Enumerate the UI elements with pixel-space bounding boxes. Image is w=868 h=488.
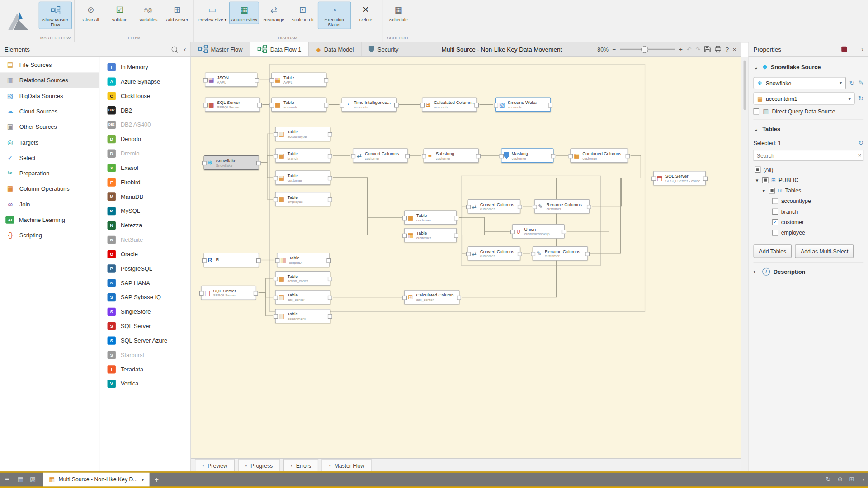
source-item-sql-server-azure[interactable]: SSQL Server Azure [99,333,190,347]
show-master-flow-button[interactable]: Show Master Flow [39,2,72,30]
source-item-mariadb[interactable]: MMariaDB [99,189,190,204]
node-r-node[interactable]: RR [204,253,259,267]
output-port[interactable] [476,154,481,158]
tree-all-checkbox[interactable] [755,167,760,173]
clear-all-button[interactable]: ⊘Clear All [77,2,104,24]
input-port[interactable] [269,103,274,108]
source-item-netezza[interactable]: NNetezza [99,218,190,232]
output-port[interactable] [328,176,332,180]
input-port[interactable] [274,154,278,158]
source-item-in-memory[interactable]: IIn Memory [99,60,190,74]
node-kmeans[interactable]: ▧Kmeans-Wekaaccounts [495,98,551,112]
input-port[interactable] [494,103,498,108]
node-table-callcenter[interactable]: ▦Tablecall_center [275,290,330,305]
add-tables-button[interactable]: Add Tables [754,244,792,258]
input-port[interactable] [402,296,407,300]
output-port[interactable] [328,277,332,281]
source-item-vertica[interactable]: VVertica [99,376,190,391]
tables-section-header[interactable]: ⌄ Tables [754,119,864,136]
node-table-cust-m1[interactable]: ▦Tablecustomer [404,210,457,225]
sidebar-item-cloud-sources[interactable]: ☁Cloud Sources [0,103,99,119]
server-dropdown[interactable]: ❄ Snowflake ▾ [754,77,846,89]
node-convert-2[interactable]: ⇄Convert Columnscustomer [468,199,520,214]
input-port[interactable] [531,252,535,256]
source-item-db2-as400[interactable]: DB2DB2 AS400 [99,117,190,132]
source-item-teradata[interactable]: TTeradata [99,362,190,376]
panel-pin-icon[interactable] [841,47,847,52]
node-table-customer[interactable]: ▦Tablecustomer [275,170,330,185]
node-convert-1[interactable]: ⇄Convert Columnscustomer [353,148,408,163]
output-port[interactable] [454,234,458,238]
dataflow-canvas[interactable]: ▦JSONAAPL▦TableAAPL▤SQL ServerSESQLServe… [191,57,741,458]
close-flow-icon[interactable]: × [733,46,736,53]
source-item-exasol[interactable]: XExasol [99,160,190,175]
sidebar-item-relational-sources[interactable]: ▥Relational Sources [0,72,99,88]
chevron-down-icon[interactable]: ⌄ [754,63,759,70]
grid-icon[interactable]: ⊞ [849,476,854,483]
output-port[interactable] [256,161,261,165]
node-calc-accounts[interactable]: ⊞Calculated Column...accounts [422,98,477,112]
delete-button[interactable]: ×Delete [352,2,379,24]
auto-preview-button[interactable]: ▦Auto Preview [230,2,259,24]
input-port[interactable] [402,234,407,238]
clear-search-icon[interactable]: × [858,152,861,159]
output-port[interactable] [254,291,258,296]
output-port[interactable] [626,154,630,158]
redo-icon[interactable]: ↷ [695,46,700,53]
output-port[interactable] [324,78,328,83]
workspace-icon[interactable]: ▦ [18,476,24,483]
output-port[interactable] [518,252,522,256]
zoom-in-icon[interactable]: + [679,46,683,53]
node-table-action[interactable]: ▦Tableaction_codes [275,271,330,286]
input-port[interactable] [533,205,537,209]
tree-schema-public-checkbox[interactable] [762,177,768,183]
source-item-denodo[interactable]: DDenodo [99,131,190,146]
sidebar-item-preparation[interactable]: ✂Preparation [0,165,99,181]
input-port[interactable] [199,291,204,296]
node-sql-src-1[interactable]: ▤SQL ServerSESQLServer [205,98,260,112]
input-port[interactable] [202,161,207,165]
node-snowflake[interactable]: ❄SnowflakeSnowflake [204,155,259,170]
tree-table-branch[interactable]: branch [754,206,864,217]
open-document-tab[interactable]: ▦ Multi Source - Non-Like Key D... ▾ [43,473,150,487]
source-item-firebird[interactable]: FFirebird [99,175,190,189]
tree-expander-icon[interactable]: ▾ [755,177,760,183]
input-port[interactable] [269,78,274,83]
sidebar-item-other-sources[interactable]: ▣Other Sources [0,119,99,134]
input-port[interactable] [274,197,278,202]
bottom-tab-preview[interactable]: ▾Preview [195,459,235,471]
tree-all[interactable]: (All) [754,164,864,175]
sidebar-item-machine-learning[interactable]: AIMachine Learning [0,212,99,227]
output-port[interactable] [474,103,479,108]
save-icon[interactable] [704,46,711,53]
tree-table-accounttype-checkbox[interactable] [772,198,778,204]
source-item-postgresql[interactable]: PPostgreSQL [99,261,190,276]
collapse-elements-icon[interactable]: ‹ [184,45,186,53]
input-port[interactable] [274,314,278,319]
input-port[interactable] [274,277,278,281]
source-item-sap-hana[interactable]: SSAP HANA [99,276,190,290]
tab-master-flow[interactable]: Master Flow [191,42,250,56]
input-port[interactable] [202,258,207,263]
tree-table-employee[interactable]: employee [754,227,864,238]
source-item-mysql[interactable]: MMySQL [99,204,190,218]
output-port[interactable] [328,132,332,137]
tree-expander-icon[interactable]: ▾ [761,188,766,193]
description-section-header[interactable]: › i Description [754,262,864,278]
refresh-icon[interactable]: ↻ [858,94,863,102]
node-calc-callcenter[interactable]: ⊞Calculated Column...call_center [404,290,459,305]
node-table-outputdf[interactable]: ▦TableoutputDF [277,253,329,267]
source-item-azure-synapse[interactable]: AAzure Synapse [99,74,190,89]
input-port[interactable] [402,216,407,221]
refresh-icon[interactable]: ↻ [858,139,863,146]
output-port[interactable] [394,103,399,108]
node-json-aapl[interactable]: ▦JSONAAPL [205,72,257,87]
execution-status-button[interactable]: ◔Execution Status [317,2,350,30]
output-port[interactable] [405,154,410,158]
node-table-dept[interactable]: ▦Tabledepartment [275,309,330,323]
node-rename-2[interactable]: ✎Rename Columnscustomer [533,246,588,261]
chevron-down-icon[interactable]: ⌄ [754,125,759,132]
node-table-accounts[interactable]: ▦Tableaccounts [271,98,326,112]
input-port[interactable] [274,296,278,300]
source-item-dremio[interactable]: DDremio [99,146,190,160]
